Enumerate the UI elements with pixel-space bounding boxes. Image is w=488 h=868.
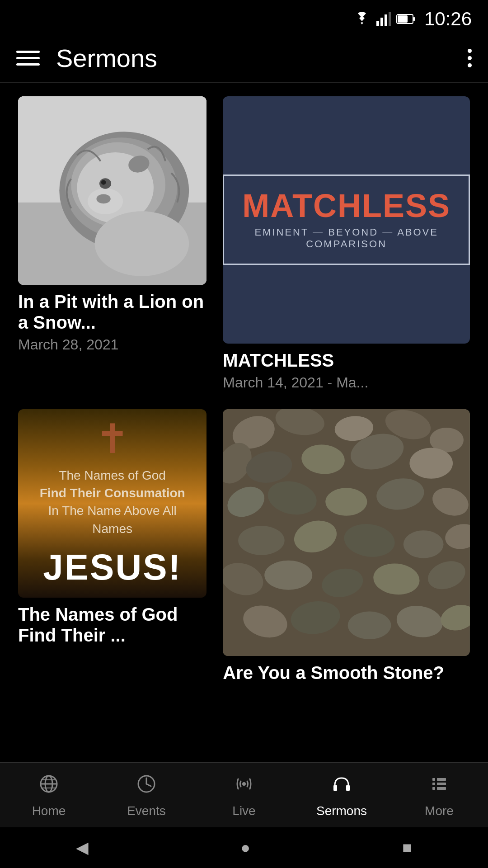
clock-icon (136, 774, 157, 799)
headphones-icon (331, 774, 352, 799)
sermon-title-2: MATCHLESS (223, 350, 470, 371)
nav-label-sermons: Sermons (316, 804, 367, 818)
nav-item-more[interactable]: More (390, 774, 488, 818)
svg-rect-6 (398, 15, 408, 23)
nav-label-live: Live (232, 804, 255, 818)
wifi-icon (353, 12, 371, 26)
status-time: 10:26 (424, 8, 472, 30)
android-navigation-bar: ◀ ● ■ (0, 827, 488, 868)
sermon-thumbnail-1 (18, 96, 206, 285)
matchless-border: MATCHLESS EMINENT — BEYOND — ABOVE COMPA… (223, 175, 470, 265)
sermon-info-4: Are You a Smooth Stone? (223, 656, 470, 685)
svg-point-33 (326, 488, 367, 515)
status-icons (353, 12, 416, 26)
svg-rect-65 (437, 783, 446, 785)
svg-point-16 (101, 180, 106, 184)
names-cross-icon: ✝ (95, 419, 129, 459)
stones-background (223, 409, 470, 656)
sermon-title-4: Are You a Smooth Stone? (223, 662, 470, 683)
nav-label-more: More (425, 804, 454, 818)
sermon-date-2: March 14, 2021 - Ma... (223, 374, 470, 391)
svg-line-58 (146, 784, 151, 786)
matchless-subtitle: EMINENT — BEYOND — ABOVE COMPARISON (242, 226, 450, 250)
nav-label-events: Events (127, 804, 166, 818)
sermon-info-1: In a Pit with a Lion on a Snow... March … (18, 285, 206, 355)
sermon-title-3: The Names of God Find Their ... (18, 604, 206, 646)
nav-item-sermons[interactable]: Sermons (293, 774, 390, 818)
svg-rect-67 (437, 787, 446, 790)
sermon-info-3: The Names of God Find Their ... (18, 598, 206, 647)
home-button[interactable]: ● (240, 838, 250, 857)
more-options-button[interactable] (468, 49, 472, 67)
nav-item-live[interactable]: Live (195, 774, 293, 818)
globe-icon (38, 774, 59, 799)
sermon-thumbnail-2: MATCHLESS EMINENT — BEYOND — ABOVE COMPA… (223, 96, 470, 344)
signal-icon (376, 12, 391, 26)
svg-rect-2 (385, 14, 387, 26)
battery-icon (396, 13, 416, 25)
list-icon (429, 774, 450, 799)
status-bar: 10:26 (0, 0, 488, 34)
svg-point-48 (348, 611, 391, 639)
svg-rect-3 (389, 12, 391, 26)
svg-rect-61 (346, 785, 350, 791)
nav-label-home: Home (32, 804, 66, 818)
names-jesus-text: JESUS! (43, 547, 182, 588)
toolbar-left: Sermons (16, 43, 157, 73)
recent-button[interactable]: ■ (402, 838, 412, 857)
sermon-title-1: In a Pit with a Lion on a Snow... (18, 291, 206, 333)
sermon-thumbnail-4: Are You a Smooth Stone? 1 Samuel 17:40 P… (223, 409, 470, 656)
main-content: In a Pit with a Lion on a Snow... March … (0, 83, 488, 825)
hamburger-menu-button[interactable] (16, 51, 40, 66)
names-line1: The Names of God (59, 468, 166, 482)
sermon-card-4[interactable]: Are You a Smooth Stone? 1 Samuel 17:40 P… (223, 409, 470, 685)
sermon-card-3[interactable]: ✝ The Names of God Find Their Consumatio… (18, 409, 206, 685)
svg-rect-60 (333, 785, 337, 791)
svg-point-30 (410, 448, 453, 478)
svg-rect-0 (376, 21, 379, 26)
svg-point-36 (239, 526, 285, 555)
bottom-navigation: Home Events Live (0, 762, 488, 827)
back-button[interactable]: ◀ (76, 838, 89, 857)
sermon-info-2: MATCHLESS March 14, 2021 - Ma... (223, 344, 470, 393)
names-line3: In The Name Above All Names (48, 504, 177, 535)
svg-rect-62 (432, 778, 435, 781)
sermon-thumbnail-3: ✝ The Names of God Find Their Consumatio… (18, 409, 206, 598)
svg-point-39 (404, 530, 444, 558)
matchless-title: MATCHLESS (242, 189, 450, 222)
svg-rect-1 (380, 18, 383, 26)
svg-point-59 (242, 782, 246, 786)
names-text: The Names of God Find Their Consumation … (29, 467, 196, 538)
nav-item-home[interactable]: Home (0, 774, 98, 818)
nav-item-events[interactable]: Events (98, 774, 195, 818)
svg-rect-66 (432, 787, 435, 790)
sermon-grid: In a Pit with a Lion on a Snow... March … (18, 96, 470, 685)
svg-rect-63 (437, 778, 446, 781)
lion-image (18, 96, 206, 285)
names-line2: Find Their Consumation (40, 486, 185, 500)
svg-point-18 (96, 194, 110, 203)
sermon-card-1[interactable]: In a Pit with a Lion on a Snow... March … (18, 96, 206, 393)
broadcast-icon (234, 774, 254, 799)
svg-rect-64 (432, 783, 435, 785)
sermon-list: In a Pit with a Lion on a Snow... March … (0, 83, 488, 698)
page-title: Sermons (56, 43, 157, 73)
sermon-date-1: March 28, 2021 (18, 336, 206, 353)
svg-point-19 (95, 211, 189, 276)
svg-rect-5 (413, 17, 415, 21)
toolbar: Sermons (0, 34, 488, 82)
sermon-card-2[interactable]: MATCHLESS EMINENT — BEYOND — ABOVE COMPA… (223, 96, 470, 393)
svg-point-42 (265, 560, 313, 590)
